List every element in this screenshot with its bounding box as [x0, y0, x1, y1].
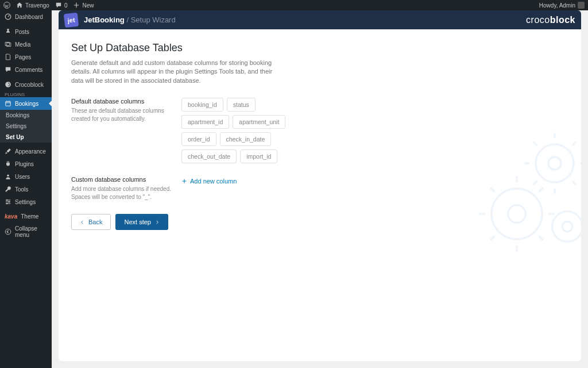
setup-panel: jet JetBooking / Setup Wizard crocoblock… [59, 10, 581, 361]
collapse-icon [5, 228, 11, 235]
plug-icon [5, 160, 11, 167]
admin-sidebar: Dashboard Posts Media Pages Comments Cro… [0, 10, 52, 368]
sidebar-item-dashboard[interactable]: Dashboard [0, 10, 52, 23]
sidebar-item-settings[interactable]: Settings [0, 195, 52, 208]
sidebar-item-bookings[interactable]: Bookings [0, 97, 52, 110]
sidebar-item-label: Crocoblock [15, 82, 44, 88]
plus-icon [181, 178, 187, 184]
sidebar-item-label: Tools [15, 186, 28, 193]
sidebar-item-crocoblock[interactable]: Crocoblock [0, 78, 52, 91]
svg-point-0 [4, 2, 10, 9]
sidebar-item-label: Collapse menu [15, 225, 47, 238]
calendar-icon [5, 100, 11, 107]
back-label: Back [88, 218, 102, 225]
panel-content: Set Up Database Tables Generate default … [59, 29, 581, 243]
howdy-text: Howdy, Admin [539, 2, 575, 9]
sidebar-item-label: Users [15, 174, 30, 180]
main-area: jet JetBooking / Setup Wizard crocoblock… [52, 10, 588, 368]
sidebar-item-label: Appearance [15, 148, 46, 155]
sidebar-item-posts[interactable]: Posts [0, 25, 52, 38]
svg-rect-2 [6, 101, 10, 106]
admin-bar: Travengo 0 New Howdy, Admin [0, 0, 588, 10]
site-name: Travengo [25, 2, 49, 9]
sidebar-item-users[interactable]: Users [0, 170, 52, 183]
sidebar-item-label: Pages [15, 54, 31, 60]
plus-icon [73, 2, 80, 9]
column-tag: status [227, 98, 256, 112]
title-sub: / Setup Wizard [126, 16, 175, 24]
column-tag: import_id [240, 150, 277, 163]
pin-icon [5, 28, 11, 35]
svg-point-4 [6, 200, 7, 201]
site-link[interactable]: Travengo [16, 2, 49, 9]
sidebar-item-media[interactable]: Media [0, 38, 52, 51]
media-icon [5, 41, 11, 48]
next-button[interactable]: Next step [115, 214, 168, 230]
user-icon [5, 173, 11, 180]
chevron-left-icon [80, 220, 85, 225]
new-link[interactable]: New [73, 2, 94, 9]
comments-count: 0 [64, 2, 68, 9]
kava-logo: kava [5, 213, 17, 220]
svg-point-3 [7, 174, 9, 177]
wrench-icon [5, 186, 11, 193]
sidebar-item-label: Plugins [15, 161, 34, 167]
back-button[interactable]: Back [71, 214, 111, 230]
howdy-link[interactable]: Howdy, Admin [539, 2, 585, 9]
sidebar-item-appearance[interactable]: Appearance [0, 145, 52, 158]
svg-point-7 [5, 229, 11, 235]
custom-cols-desc: Add more database columns if needed. Spa… [71, 185, 173, 201]
custom-cols-title: Custom database columns [71, 176, 173, 183]
wizard-actions: Back Next step [71, 214, 568, 230]
sidebar-submenu: Bookings Settings Set Up [0, 110, 52, 143]
sidebar-item-label: Comments [15, 67, 42, 73]
default-columns-row: Default database columns These are defau… [71, 98, 568, 163]
sidebar-sub-setup[interactable]: Set Up [0, 132, 52, 143]
sidebar-item-theme[interactable]: kavaTheme [0, 210, 52, 223]
sidebar-item-comments[interactable]: Comments [0, 63, 52, 76]
column-tag: check_in_date [220, 132, 272, 146]
sidebar-sub-bookings[interactable]: Bookings [0, 110, 52, 121]
sidebar-item-label: Settings [15, 199, 36, 205]
default-cols-title: Default database columns [71, 98, 173, 105]
sidebar-item-label: Theme [21, 213, 38, 220]
sidebar-item-collapse[interactable]: Collapse menu [0, 223, 52, 241]
avatar [578, 2, 585, 9]
page-icon [5, 53, 11, 60]
sidebar-item-tools[interactable]: Tools [0, 183, 52, 195]
svg-point-5 [9, 201, 10, 202]
sidebar-item-label: Bookings [15, 101, 38, 107]
sidebar-item-plugins[interactable]: Plugins [0, 158, 52, 170]
column-tag: apartment_id [181, 115, 229, 129]
page-heading: Set Up Database Tables [71, 42, 568, 54]
comments-link[interactable]: 0 [55, 2, 68, 9]
column-tag: check_out_date [181, 150, 237, 163]
jet-badge: jet [64, 12, 79, 27]
column-tag: order_id [181, 132, 216, 146]
crocoblock-icon [5, 81, 11, 88]
sidebar-item-label: Posts [15, 29, 29, 35]
dashboard-icon [5, 13, 11, 20]
sidebar-item-pages[interactable]: Pages [0, 51, 52, 63]
brush-icon [5, 148, 11, 155]
wp-logo[interactable] [3, 2, 10, 9]
chevron-right-icon [154, 220, 160, 225]
next-label: Next step [124, 218, 150, 225]
sidebar-sub-settings[interactable]: Settings [0, 121, 52, 132]
page-description: Generate default and add custom database… [71, 59, 281, 85]
column-tag: apartment_unit [233, 115, 285, 129]
add-column-button[interactable]: Add new column [181, 178, 237, 185]
default-cols-desc: These are default database columns creat… [71, 107, 173, 123]
comment-icon [5, 66, 11, 73]
custom-columns-row: Custom database columns Add more databas… [71, 176, 568, 201]
svg-point-6 [6, 203, 7, 204]
sliders-icon [5, 198, 11, 205]
new-label: New [82, 2, 94, 9]
default-cols-tags: booking_id status apartment_id apartment… [181, 98, 296, 163]
sidebar-item-label: Dashboard [15, 14, 43, 20]
home-icon [16, 2, 23, 9]
crocoblock-logo: crocoblock [526, 15, 575, 25]
column-tag: booking_id [181, 98, 223, 112]
panel-header: jet JetBooking / Setup Wizard crocoblock [59, 10, 581, 29]
comment-icon [55, 2, 62, 9]
